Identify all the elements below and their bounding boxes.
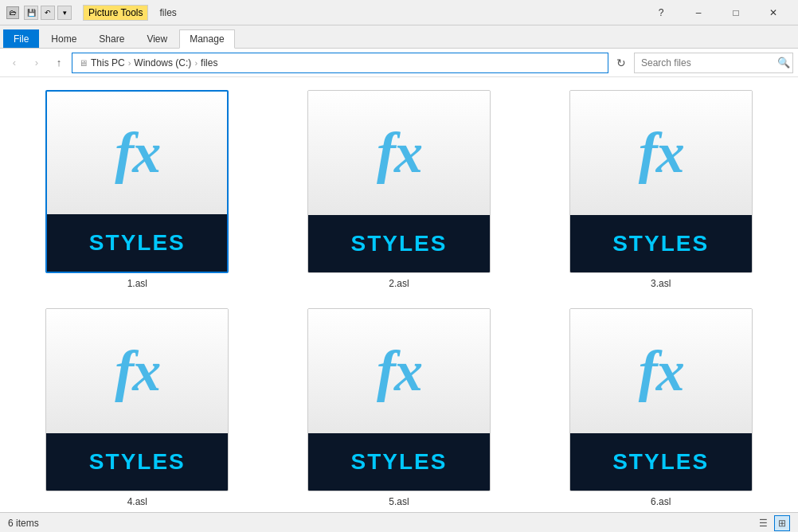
file-thumbnail: fx STYLES <box>569 308 753 491</box>
path-sep-2: › <box>194 58 198 68</box>
refresh-btn[interactable]: ↻ <box>612 53 631 72</box>
view-list-btn[interactable]: ☰ <box>755 515 771 531</box>
file-grid: fx STYLES 1.asl fx STYLES 2.asl fx <box>0 77 798 512</box>
view-grid-btn[interactable]: ⊞ <box>774 515 790 531</box>
fx-label: fx <box>115 124 159 182</box>
thumb-top: fx <box>46 309 228 433</box>
thumb-bottom: STYLES <box>47 214 227 272</box>
tab-view[interactable]: View <box>136 29 178 48</box>
fx-label: fx <box>377 124 421 182</box>
tab-share[interactable]: Share <box>88 29 135 48</box>
file-item[interactable]: fx STYLES 6.asl <box>539 305 782 510</box>
file-item[interactable]: fx STYLES 4.asl <box>16 305 259 510</box>
fx-label: fx <box>115 342 159 400</box>
maximize-btn[interactable]: □ <box>718 0 754 25</box>
close-btn[interactable]: ✕ <box>755 0 792 25</box>
thumb-top: fx <box>47 92 227 214</box>
file-item[interactable]: fx STYLES 3.asl <box>539 87 782 292</box>
thumb-top: fx <box>570 309 752 433</box>
fx-label: fx <box>377 342 421 400</box>
file-name: 1.asl <box>127 278 147 289</box>
search-wrapper: 🔍 <box>634 53 793 73</box>
title-bar-icons: 🗁 <box>6 6 19 19</box>
quick-undo-btn[interactable]: ↶ <box>41 6 55 20</box>
minimize-btn[interactable]: – <box>680 0 717 25</box>
file-name: 2.asl <box>389 278 409 289</box>
thumb-bottom: STYLES <box>46 433 228 491</box>
thumb-top: fx <box>570 91 752 215</box>
file-item[interactable]: fx STYLES 2.asl <box>278 87 521 292</box>
file-name: 3.asl <box>651 278 671 289</box>
title-bar-left: 🗁 💾 ↶ ▾ Picture Tools files <box>6 6 177 20</box>
file-thumbnail: fx STYLES <box>45 90 229 273</box>
title-bar-controls: ? – □ ✕ <box>643 0 792 25</box>
fx-label: fx <box>639 342 683 400</box>
styles-label: STYLES <box>89 230 186 256</box>
file-thumbnail: fx STYLES <box>569 90 753 273</box>
ribbon: File Home Share View Manage <box>0 25 798 49</box>
file-thumbnail: fx STYLES <box>45 308 229 491</box>
file-item[interactable]: fx STYLES 1.asl <box>16 87 259 292</box>
search-input[interactable] <box>634 53 793 73</box>
thumb-bottom: STYLES <box>570 215 752 272</box>
file-name: 4.asl <box>127 496 147 507</box>
thumb-bottom: STYLES <box>308 433 490 491</box>
file-thumbnail: fx STYLES <box>307 308 491 491</box>
back-btn[interactable]: ‹ <box>5 53 24 72</box>
view-toggle: ☰ ⊞ <box>755 515 790 531</box>
help-btn[interactable]: ? <box>643 0 679 25</box>
picture-tools-label: Picture Tools <box>83 5 148 21</box>
path-windows-c: Windows (C:) <box>134 57 191 68</box>
quick-access-toolbar: 💾 ↶ ▾ <box>24 6 72 20</box>
thumb-bottom: STYLES <box>308 215 490 272</box>
styles-label: STYLES <box>351 449 448 475</box>
path-this-pc: This PC <box>91 57 125 68</box>
window-icon: 🗁 <box>6 6 19 19</box>
path-files: files <box>201 57 217 68</box>
tab-manage[interactable]: Manage <box>179 29 234 49</box>
status-bar: 6 items ☰ ⊞ <box>0 512 798 532</box>
file-thumbnail: fx STYLES <box>307 90 491 273</box>
address-path[interactable]: 🖥 This PC › Windows (C:) › files <box>72 53 608 73</box>
fx-label: fx <box>639 124 683 182</box>
quick-dropdown-btn[interactable]: ▾ <box>57 6 72 20</box>
file-item[interactable]: fx STYLES 5.asl <box>278 305 521 510</box>
styles-label: STYLES <box>612 449 709 475</box>
styles-label: STYLES <box>351 231 448 256</box>
ribbon-tabs: File Home Share View Manage <box>0 25 798 48</box>
file-name: 6.asl <box>651 496 671 507</box>
path-sep-1: › <box>128 58 131 68</box>
ribbon-context-label: Picture Tools <box>83 7 148 18</box>
main-content: fx STYLES 1.asl fx STYLES 2.asl fx <box>0 77 798 512</box>
styles-label: STYLES <box>89 449 186 475</box>
window-title: files <box>159 7 176 18</box>
address-bar: ‹ › ↑ 🖥 This PC › Windows (C:) › files ↻… <box>0 49 798 77</box>
item-count: 6 items <box>8 518 39 529</box>
title-bar: 🗁 💾 ↶ ▾ Picture Tools files ? – □ ✕ <box>0 0 798 25</box>
thumb-top: fx <box>308 309 490 433</box>
thumb-top: fx <box>308 91 490 215</box>
forward-btn[interactable]: › <box>27 53 46 72</box>
tab-home[interactable]: Home <box>41 29 87 48</box>
file-name: 5.asl <box>389 496 409 507</box>
thumb-bottom: STYLES <box>570 433 752 491</box>
up-btn[interactable]: ↑ <box>49 53 68 72</box>
styles-label: STYLES <box>612 231 709 256</box>
tab-file[interactable]: File <box>3 29 39 48</box>
quick-save-btn[interactable]: 💾 <box>24 6 38 20</box>
path-icon: 🖥 <box>79 58 88 68</box>
search-btn[interactable]: 🔍 <box>777 57 790 68</box>
